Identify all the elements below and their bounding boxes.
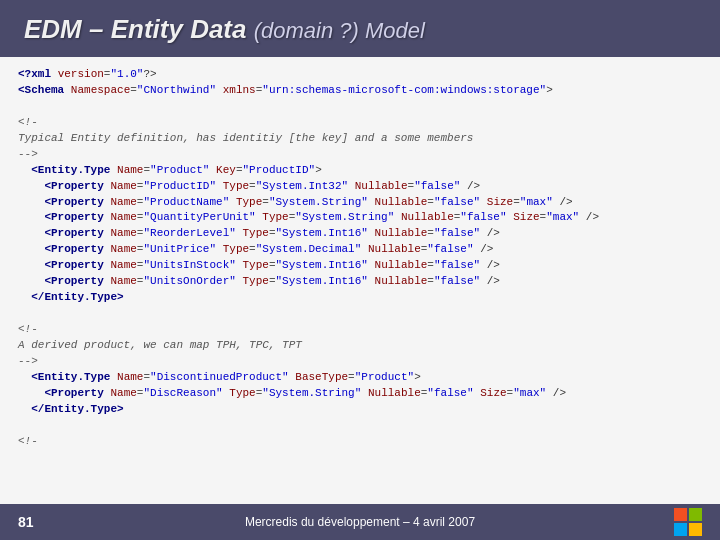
title-main: EDM – Entity Data — [24, 14, 247, 44]
slide: EDM – Entity Data (domain ?) Model <?xml… — [0, 0, 720, 540]
slide-footer: 81 Mercredis du développement – 4 avril … — [0, 504, 720, 540]
page-number: 81 — [18, 514, 58, 530]
svg-rect-0 — [674, 508, 687, 521]
microsoft-logo-icon — [674, 508, 702, 536]
content-area: <?xml version="1.0"?> <Schema Namespace=… — [0, 57, 720, 504]
footer-text: Mercredis du développement – 4 avril 200… — [58, 515, 662, 529]
svg-rect-3 — [689, 523, 702, 536]
svg-rect-1 — [689, 508, 702, 521]
fade-overlay — [0, 474, 720, 504]
slide-title: EDM – Entity Data (domain ?) Model — [24, 14, 696, 45]
svg-rect-2 — [674, 523, 687, 536]
slide-header: EDM – Entity Data (domain ?) Model — [0, 0, 720, 57]
logo-area — [662, 508, 702, 536]
code-block: <?xml version="1.0"?> <Schema Namespace=… — [18, 67, 702, 450]
title-subtitle: (domain ?) Model — [254, 18, 425, 43]
